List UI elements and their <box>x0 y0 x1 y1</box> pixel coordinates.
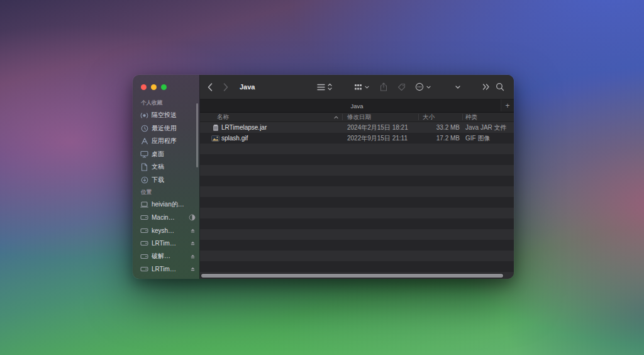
column-divider[interactable] <box>418 114 419 120</box>
chevron-down-icon <box>426 86 431 89</box>
laptop-icon <box>140 201 148 209</box>
disk-icon <box>140 265 148 273</box>
sidebar-item-label: 破解… <box>152 252 170 261</box>
view-as-list-button[interactable] <box>317 75 332 99</box>
sidebar: 个人收藏 隔空投送 最近使用 应用程序 桌面 <box>133 75 200 279</box>
sidebar-item-label: LRTim… <box>152 266 176 273</box>
gif-image-icon <box>211 133 219 144</box>
disk-icon <box>140 239 148 247</box>
sidebar-item-label: 隔空投送 <box>152 111 177 120</box>
file-date-modified: 2022年9月15日 21:11 <box>347 133 408 144</box>
file-name: splash.gif <box>221 133 248 144</box>
clock-icon <box>140 124 148 132</box>
finder-content: Java <box>200 75 514 279</box>
column-header-row: 名称 修改日期 大小 种类 <box>200 113 514 122</box>
sidebar-item-recents[interactable]: 最近使用 <box>133 122 199 135</box>
group-by-button[interactable] <box>354 75 369 99</box>
column-header-name-label: 名称 <box>217 113 229 121</box>
actions-chevron-button[interactable] <box>455 75 460 99</box>
desktop-icon <box>140 150 148 158</box>
file-size: 33.2 MB <box>418 122 460 133</box>
zoom-button[interactable] <box>161 84 167 90</box>
column-header-size-label: 大小 <box>423 113 435 121</box>
sidebar-scrollbar[interactable] <box>196 103 199 167</box>
column-header-name[interactable]: 名称 <box>217 113 229 121</box>
tags-button[interactable] <box>397 75 406 99</box>
share-button[interactable] <box>380 75 387 99</box>
applications-icon <box>140 137 148 145</box>
sidebar-item-macintosh-hd[interactable]: Macin… <box>133 211 199 225</box>
sidebar-item-label: LRTim… <box>152 240 176 247</box>
sidebar-item-volume-lrtim-2[interactable]: LRTim… <box>133 263 199 276</box>
traffic-lights <box>133 84 199 90</box>
sidebar-item-label: 最近使用 <box>152 124 177 133</box>
eject-icon[interactable] <box>190 240 196 246</box>
column-header-kind[interactable]: 种类 <box>465 113 477 121</box>
view-updown-icon <box>328 83 332 91</box>
file-kind: GIF 图像 <box>465 133 490 144</box>
sidebar-item-downloads[interactable]: 下载 <box>133 174 199 187</box>
horizontal-scrollbar[interactable] <box>201 274 503 278</box>
disk-icon <box>140 227 148 235</box>
sidebar-item-label: 下载 <box>152 176 164 184</box>
column-header-size[interactable]: 大小 <box>423 113 435 121</box>
sort-ascending-icon <box>334 113 338 121</box>
new-tab-button[interactable]: + <box>501 99 514 111</box>
sidebar-item-volume-pojie[interactable]: 破解… <box>133 250 199 263</box>
column-divider[interactable] <box>342 114 343 120</box>
sidebar-item-volume-keysh[interactable]: keysh… <box>133 224 199 237</box>
disk-icon <box>140 213 148 222</box>
eject-icon[interactable] <box>190 254 196 259</box>
file-size: 17.2 MB <box>418 133 460 144</box>
finder-window: 个人收藏 隔空投送 最近使用 应用程序 桌面 <box>133 75 514 279</box>
tab-java[interactable]: Java <box>350 103 363 110</box>
sidebar-item-label: 桌面 <box>152 150 164 159</box>
sidebar-item-desktop[interactable]: 桌面 <box>133 148 199 161</box>
sidebar-item-label: 应用程序 <box>152 137 177 145</box>
download-icon <box>140 176 148 184</box>
file-list: LRTimelapse.jar 2024年2月15日 18:21 33.2 MB… <box>200 122 514 279</box>
toolbar-overflow-button[interactable] <box>482 75 490 99</box>
file-kind: Java JAR 文件 <box>465 122 507 133</box>
sidebar-item-label: keysh… <box>152 227 174 234</box>
file-date-modified: 2024年2月15日 18:21 <box>347 122 408 133</box>
column-header-kind-label: 种类 <box>465 113 477 121</box>
sidebar-item-applications[interactable]: 应用程序 <box>133 135 199 148</box>
close-button[interactable] <box>141 84 147 90</box>
eject-icon[interactable] <box>190 266 196 272</box>
search-button[interactable] <box>496 75 504 99</box>
sidebar-item-documents[interactable]: 文稿 <box>133 161 199 174</box>
airdrop-icon <box>140 111 148 120</box>
chevron-down-icon <box>365 86 369 89</box>
toolbar: Java <box>200 75 514 99</box>
column-divider[interactable] <box>462 114 463 120</box>
more-actions-button[interactable] <box>415 75 431 99</box>
eject-icon[interactable] <box>190 228 196 234</box>
sidebar-item-volume-lrtim-1[interactable]: LRTim… <box>133 237 199 251</box>
window-title: Java <box>240 75 255 99</box>
sidebar-section-locations: 位置 <box>141 189 199 196</box>
sidebar-item-airdrop[interactable]: 隔空投送 <box>133 109 199 122</box>
disk-icon <box>140 252 148 261</box>
column-header-date-label: 修改日期 <box>347 113 371 121</box>
sidebar-item-label: heivian的… <box>152 200 184 209</box>
forward-button[interactable] <box>223 75 228 99</box>
sidebar-item-label: Macin… <box>152 214 175 221</box>
sidebar-item-this-mac[interactable]: heivian的… <box>133 198 199 211</box>
tab-bar: Java + <box>200 99 514 113</box>
jar-file-icon <box>211 122 219 133</box>
column-header-date-modified[interactable]: 修改日期 <box>347 113 371 121</box>
document-icon <box>140 163 148 171</box>
file-name: LRTimelapse.jar <box>221 122 267 133</box>
minimize-button[interactable] <box>151 84 157 90</box>
file-row-splash-gif[interactable]: splash.gif 2022年9月15日 21:11 17.2 MB GIF … <box>200 133 514 144</box>
back-button[interactable] <box>208 75 213 99</box>
sidebar-item-label: 文稿 <box>152 162 164 171</box>
file-row-lrtimelapse-jar[interactable]: LRTimelapse.jar 2024年2月15日 18:21 33.2 MB… <box>200 122 514 133</box>
sidebar-section-favorites: 个人收藏 <box>141 99 199 107</box>
storage-indicator-icon <box>189 214 196 221</box>
